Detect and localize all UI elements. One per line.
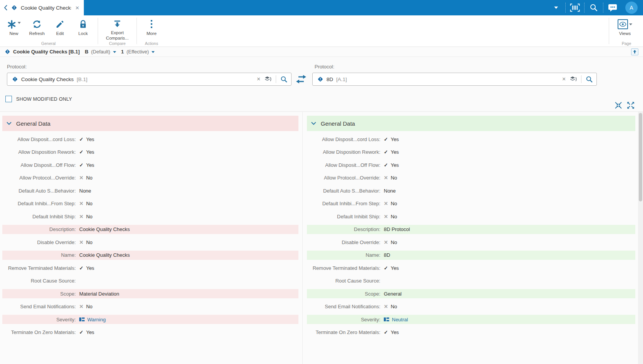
row-value: ✕No: [79, 175, 93, 181]
new-button[interactable]: New: [2, 17, 25, 41]
scrollbar-thumb[interactable]: [639, 113, 642, 201]
row-value: ✓Yes: [79, 149, 94, 155]
row-label: Description:: [2, 226, 79, 232]
row-label: Allow Disposit...Off Flow:: [307, 162, 384, 168]
vertical-scrollbar[interactable]: [638, 112, 643, 364]
chat-icon[interactable]: [604, 3, 621, 12]
severity-link[interactable]: Warning: [79, 317, 106, 322]
chevron-down-icon: [7, 122, 12, 125]
row-value: None: [79, 188, 91, 194]
right-protocol-input[interactable]: 8D [A.1] ×: [312, 73, 597, 86]
check-icon: ✓: [79, 136, 83, 142]
row-label: Allow Disposit...cord Loss:: [307, 136, 384, 142]
new-caret-icon[interactable]: [18, 22, 21, 24]
views-caret-icon[interactable]: [629, 23, 632, 25]
row-label: Default Auto S...Behavior:: [2, 188, 79, 194]
barcode-scanner-icon[interactable]: [566, 3, 584, 12]
refresh-button[interactable]: Refresh: [25, 17, 48, 41]
user-avatar[interactable]: A: [625, 2, 638, 14]
row-value: ✓Yes: [384, 162, 399, 168]
row-value-text: Yes: [391, 149, 399, 155]
row-label: Allow Disposition Rework:: [2, 149, 79, 155]
attribute-rows: Allow Disposit...cord Loss:✓YesAllow Dis…: [0, 135, 301, 337]
table-row: Terminate On Zero Materials:✓Yes: [307, 328, 635, 337]
row-label: Severity:: [307, 317, 384, 322]
section-header-general-data[interactable]: General Data: [2, 116, 298, 131]
row-label: Allow Protocol...Override:: [2, 175, 79, 181]
collapse-all-icon[interactable]: [615, 101, 622, 109]
clear-icon[interactable]: ×: [562, 76, 566, 82]
row-value: ✓Yes: [79, 329, 94, 335]
breadcrumb-revision-label: (Default): [91, 49, 110, 55]
row-value-text: Warning: [87, 317, 106, 322]
titlebar: Cookie Quality Checks × A: [0, 0, 643, 15]
table-row: Description:Cookie Quality Checks: [2, 225, 298, 234]
right-protocol-label: Protocol:: [315, 64, 334, 70]
table-row: Default Auto S...Behavior:None: [307, 186, 635, 195]
back-chevron-icon[interactable]: [4, 5, 8, 11]
cross-icon: ✕: [384, 201, 388, 206]
left-protocol-input[interactable]: Cookie Quality Checks [B.1] ×: [7, 73, 292, 86]
lock-button-label: Lock: [78, 31, 88, 37]
more-button[interactable]: More: [140, 17, 163, 41]
search-icon[interactable]: [586, 76, 593, 83]
row-value-text: No: [391, 214, 397, 219]
tab-close-icon[interactable]: ×: [75, 5, 80, 11]
active-tab[interactable]: Cookie Quality Checks ×: [0, 0, 84, 15]
table-row: Name:Cookie Quality Checks: [2, 251, 298, 260]
expand-all-icon[interactable]: [627, 101, 635, 109]
value-source-icon[interactable]: [570, 76, 577, 82]
lock-button[interactable]: Lock: [72, 17, 95, 41]
row-value: ✓Yes: [79, 265, 94, 271]
swap-icon[interactable]: [296, 75, 306, 83]
titlebar-caret-down-icon[interactable]: [547, 7, 565, 9]
table-row: Allow Protocol...Override:✕No: [307, 173, 635, 183]
views-button[interactable]: Views: [612, 17, 638, 41]
check-icon: ✓: [79, 329, 83, 335]
table-row: Disable Override:✕No: [2, 238, 298, 247]
search-icon[interactable]: [280, 76, 288, 83]
protocol-diamond-icon: [11, 5, 17, 11]
row-label: Description:: [307, 226, 384, 232]
search-icon[interactable]: [585, 3, 603, 12]
severity-link[interactable]: Neutral: [384, 317, 408, 322]
table-row: Allow Disposit...Off Flow:✓Yes: [2, 160, 298, 170]
export-comparison-button[interactable]: Export Comparis...: [101, 17, 133, 41]
export-comparison-label: Export Comparis...: [101, 30, 133, 41]
toolbar-separator: [137, 18, 137, 44]
row-value: 8D: [384, 252, 390, 258]
row-value: ✕No: [79, 201, 93, 206]
version-dropdown-icon[interactable]: [152, 51, 155, 53]
app-window: Cookie Quality Checks × A: [0, 0, 643, 364]
popout-icon[interactable]: [631, 48, 638, 55]
section-header-general-data[interactable]: General Data: [307, 116, 635, 131]
row-value-text: Yes: [391, 265, 399, 271]
row-label: Severity:: [2, 317, 79, 322]
views-button-label: Views: [619, 31, 631, 37]
protocol-diamond-icon: [317, 76, 323, 82]
comparison-content: General Data Allow Disposit...cord Loss:…: [0, 111, 643, 364]
value-source-icon[interactable]: [265, 76, 272, 82]
table-row: Root Cause Source:: [2, 276, 298, 286]
row-value: ✓Yes: [384, 149, 399, 155]
check-icon: ✓: [79, 265, 83, 271]
show-modified-checkbox[interactable]: [5, 96, 12, 102]
check-icon: ✓: [384, 149, 388, 155]
clear-icon[interactable]: ×: [257, 76, 260, 82]
section-title: General Data: [321, 120, 355, 127]
row-label: Default Inhibi...From Step:: [307, 201, 384, 206]
check-icon: ✓: [79, 149, 83, 155]
left-comparison-panel: General Data Allow Disposit...cord Loss:…: [0, 112, 301, 364]
edit-button[interactable]: Edit: [48, 17, 72, 41]
show-modified-label: SHOW MODIFIED ONLY: [16, 96, 72, 102]
pencil-icon: [55, 18, 65, 30]
toolbar-group-page: Views Page: [610, 15, 643, 47]
row-value-text: Yes: [86, 329, 94, 335]
row-label: Send Email Notifications:: [307, 304, 384, 309]
row-value-text: No: [391, 304, 397, 309]
section-title: General Data: [16, 120, 50, 127]
tab-title: Cookie Quality Checks: [21, 5, 71, 11]
row-value-text: No: [86, 201, 93, 206]
refresh-button-label: Refresh: [29, 31, 45, 37]
revision-dropdown-icon[interactable]: [113, 51, 116, 53]
